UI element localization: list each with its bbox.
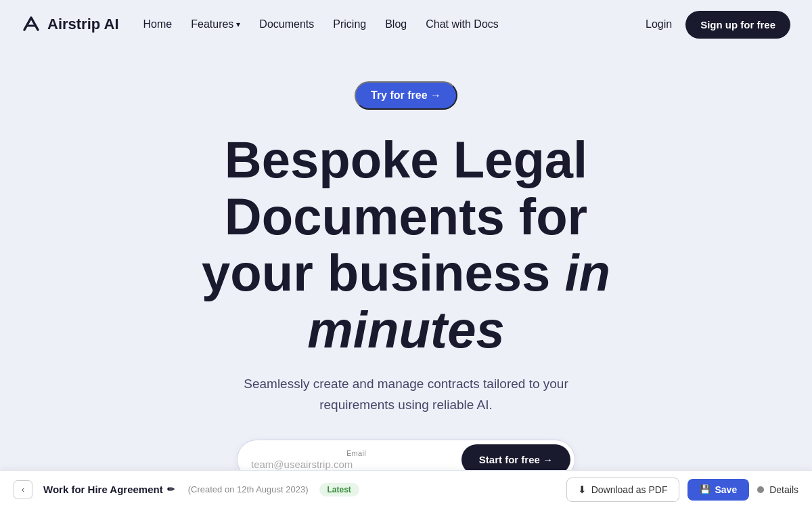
back-chevron-button[interactable]: ‹: [14, 480, 32, 499]
nav-links: Home Features ▾ Documents Pricing Blog C…: [143, 18, 499, 30]
try-free-badge[interactable]: Try for free →: [355, 81, 457, 110]
signup-button[interactable]: Sign up for free: [685, 11, 790, 39]
save-button[interactable]: 💾 Save: [687, 479, 750, 501]
nav-chat-with-docs[interactable]: Chat with Docs: [426, 18, 499, 30]
email-input-wrapper: Email: [251, 449, 461, 470]
document-created-date: (Created on 12th August 2023): [188, 484, 309, 494]
latest-badge: Latest: [319, 483, 359, 496]
nav-home[interactable]: Home: [143, 18, 173, 30]
logo[interactable]: Airstrip AI: [22, 15, 119, 34]
download-pdf-button[interactable]: ⬇ Download as PDF: [566, 478, 679, 502]
edit-icon[interactable]: ✏: [167, 484, 175, 494]
document-title: Work for Hire Agreement ✏: [43, 484, 175, 495]
brand-name: Airstrip AI: [47, 16, 119, 33]
navbar: Airstrip AI Home Features ▾ Documents Pr…: [0, 0, 812, 49]
nav-documents[interactable]: Documents: [259, 18, 314, 30]
hero-subtitle: Seamlessly create and manage contracts t…: [217, 374, 595, 415]
details-dot-icon: [757, 486, 764, 493]
logo-icon: [22, 15, 41, 34]
save-icon: 💾: [700, 484, 710, 494]
nav-left: Airstrip AI Home Features ▾ Documents Pr…: [22, 15, 499, 34]
details-button[interactable]: Details: [757, 484, 798, 495]
nav-pricing[interactable]: Pricing: [333, 18, 366, 30]
hero-title: Bespoke Legal Documents for your busines…: [102, 131, 710, 358]
chevron-down-icon: ▾: [236, 20, 240, 29]
download-icon: ⬇: [578, 484, 587, 496]
login-button[interactable]: Login: [646, 18, 672, 30]
nav-blog[interactable]: Blog: [385, 18, 407, 30]
hero-section: Try for free → Bespoke Legal Documents f…: [0, 49, 812, 508]
nav-features[interactable]: Features ▾: [191, 18, 240, 30]
email-input[interactable]: [251, 459, 461, 470]
bottom-bar: ‹ Work for Hire Agreement ✏ (Created on …: [0, 470, 812, 508]
bottom-bar-actions: ⬇ Download as PDF 💾 Save Details: [566, 478, 798, 502]
email-label: Email: [251, 449, 461, 457]
nav-right: Login Sign up for free: [646, 11, 790, 39]
